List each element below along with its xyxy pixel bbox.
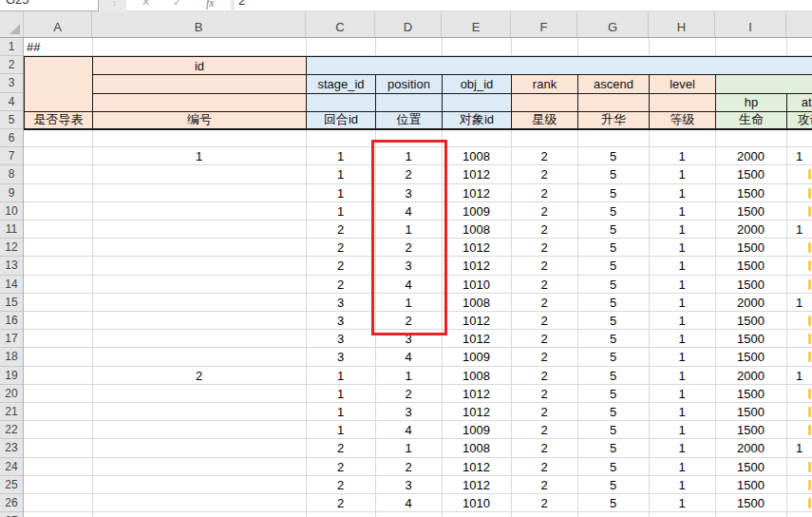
row-header-13[interactable]: 13 xyxy=(0,257,23,275)
cell-f24[interactable]: 2 xyxy=(511,458,577,476)
row-header-22[interactable]: 22 xyxy=(0,421,23,439)
column-header-G[interactable]: G xyxy=(577,11,649,37)
cell-c9[interactable]: 1 xyxy=(306,184,375,202)
cell-b7[interactable]: 1 xyxy=(92,147,306,165)
cell-h20[interactable]: 1 xyxy=(649,385,715,403)
cell-f3-rank[interactable]: rank xyxy=(511,74,578,93)
cell-j10-clipped-orange-digit[interactable] xyxy=(808,206,811,217)
row-header-23[interactable]: 23 xyxy=(0,439,23,457)
cell-j20-clipped-orange-digit[interactable] xyxy=(808,389,811,399)
cell-h13[interactable]: 1 xyxy=(649,257,715,275)
cell-c18[interactable]: 3 xyxy=(306,348,375,366)
cell-e17[interactable]: 1012 xyxy=(442,330,511,348)
cell-g9[interactable]: 5 xyxy=(577,184,649,202)
row-header-14[interactable]: 14 xyxy=(0,276,23,294)
cell-i26[interactable]: 1500 xyxy=(715,494,786,512)
cell-c13[interactable]: 2 xyxy=(306,257,375,275)
cell-j14-clipped-orange-digit[interactable] xyxy=(808,279,811,290)
cell-c26[interactable]: 2 xyxy=(306,494,375,512)
cell-e13[interactable]: 1012 xyxy=(442,257,511,275)
cell-e11[interactable]: 1008 xyxy=(442,220,511,239)
select-all-corner[interactable] xyxy=(0,11,24,37)
cell-h18[interactable]: 1 xyxy=(649,348,715,366)
cell-f18[interactable]: 2 xyxy=(511,348,577,366)
cell-c23[interactable]: 2 xyxy=(306,439,375,457)
cell-i14[interactable]: 1500 xyxy=(715,276,786,294)
cell-c5[interactable]: 回合id xyxy=(306,111,376,130)
row-header-18[interactable]: 18 xyxy=(0,348,23,366)
cell-e16[interactable]: 1012 xyxy=(442,312,511,330)
cell-f12[interactable]: 2 xyxy=(511,239,577,257)
cell-j23-clipped[interactable]: 1 xyxy=(796,439,812,457)
cell-h27[interactable]: 1 xyxy=(649,512,715,517)
cell-e25[interactable]: 1012 xyxy=(442,476,511,494)
cell-i15[interactable]: 2000 xyxy=(715,294,786,312)
cell-j8-clipped-orange-digit[interactable] xyxy=(808,169,811,180)
cell-j17-clipped-orange-digit[interactable] xyxy=(808,334,811,344)
cancel-icon[interactable]: ✕ xyxy=(142,0,150,9)
cell-b5[interactable]: 编号 xyxy=(92,111,307,130)
cell-g23[interactable]: 5 xyxy=(577,439,649,457)
cell-e4[interactable] xyxy=(442,93,512,112)
cell-i12[interactable]: 1500 xyxy=(715,239,786,257)
cell-a1[interactable]: ## xyxy=(27,38,89,56)
cell-e9[interactable]: 1012 xyxy=(442,184,511,202)
cell-e24[interactable]: 1012 xyxy=(442,458,511,476)
cell-d5[interactable]: 位置 xyxy=(375,111,443,130)
row-header-11[interactable]: 11 xyxy=(0,220,23,239)
cell-f7[interactable]: 2 xyxy=(511,147,577,165)
cell-c19[interactable]: 1 xyxy=(306,367,375,385)
cell-h17[interactable]: 1 xyxy=(649,330,715,348)
row-header-10[interactable]: 10 xyxy=(0,202,23,220)
cell-d19[interactable]: 1 xyxy=(375,367,442,385)
cell-i22[interactable]: 1500 xyxy=(715,421,786,439)
cell-c12[interactable]: 2 xyxy=(306,239,375,257)
cell-c21[interactable]: 1 xyxy=(306,403,375,421)
cell-i19[interactable]: 2000 xyxy=(715,367,786,385)
cell-f8[interactable]: 2 xyxy=(511,165,577,183)
cell-h24[interactable]: 1 xyxy=(649,458,715,476)
row-header-26[interactable]: 26 xyxy=(0,494,23,512)
column-header-E[interactable]: E xyxy=(442,11,511,37)
cell-g13[interactable]: 5 xyxy=(577,257,649,275)
cell-e19[interactable]: 1008 xyxy=(442,367,511,385)
cell-h22[interactable]: 1 xyxy=(649,421,715,439)
cell-f5[interactable]: 星级 xyxy=(511,111,578,130)
cell-j9-clipped-orange-digit[interactable] xyxy=(808,188,811,199)
cell-j5[interactable]: 攻击 xyxy=(786,111,812,130)
cell-g14[interactable]: 5 xyxy=(577,276,649,294)
cell-f14[interactable]: 2 xyxy=(511,276,577,294)
row-header-20[interactable]: 20 xyxy=(0,385,23,403)
cell-d23[interactable]: 1 xyxy=(375,439,442,457)
cell-c24[interactable]: 2 xyxy=(306,458,375,476)
column-header-I[interactable]: I xyxy=(715,11,786,37)
cell-e23[interactable]: 1008 xyxy=(442,439,511,457)
row-header-3[interactable]: 3 xyxy=(0,74,23,92)
cell-b4[interactable] xyxy=(92,93,307,112)
row-header-7[interactable]: 7 xyxy=(0,147,23,165)
cell-f15[interactable]: 2 xyxy=(511,294,577,312)
cell-j21-clipped-orange-digit[interactable] xyxy=(808,407,811,417)
column-header-D[interactable]: D xyxy=(375,11,442,37)
cell-j12-clipped-orange-digit[interactable] xyxy=(808,242,811,253)
cell-c2-j2-band[interactable] xyxy=(306,56,812,75)
cell-h25[interactable]: 1 xyxy=(649,476,715,494)
cell-g4[interactable] xyxy=(577,93,650,112)
cell-e26[interactable]: 1010 xyxy=(442,494,511,512)
cell-g27[interactable]: 5 xyxy=(577,512,649,517)
cell-h26[interactable]: 1 xyxy=(649,494,715,512)
cell-a2-a4[interactable] xyxy=(24,56,93,112)
cell-c17[interactable]: 3 xyxy=(306,330,375,348)
cell-e21[interactable]: 1012 xyxy=(442,403,511,421)
cell-g7[interactable]: 5 xyxy=(577,147,649,165)
cell-h3-level[interactable]: level xyxy=(649,74,716,93)
cell-g18[interactable]: 5 xyxy=(577,348,649,366)
cell-d3-position[interactable]: position xyxy=(375,74,443,93)
row-header-8[interactable]: 8 xyxy=(0,165,23,183)
cell-h23[interactable]: 1 xyxy=(649,439,715,457)
cell-j19-clipped[interactable]: 1 xyxy=(796,367,812,385)
cell-h12[interactable]: 1 xyxy=(649,239,715,257)
cell-b2-id[interactable]: id xyxy=(92,56,307,75)
row-header-17[interactable]: 17 xyxy=(0,330,23,348)
cell-g25[interactable]: 5 xyxy=(577,476,649,494)
